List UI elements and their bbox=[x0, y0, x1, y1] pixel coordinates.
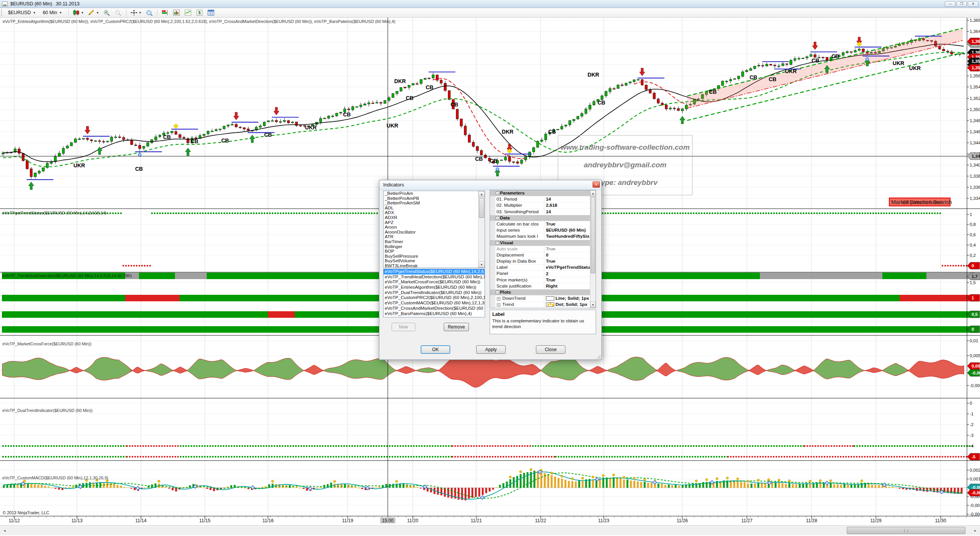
available-indicators-list[interactable]: _BetterProAm_BetterProAmPB_BetterProAmSM… bbox=[383, 191, 485, 268]
property-value[interactable]: 14 bbox=[544, 209, 596, 215]
zoom-in-button[interactable] bbox=[101, 9, 112, 16]
chart-window-button[interactable] bbox=[171, 9, 182, 16]
property-row[interactable]: 03. SmoothingPeriod14 bbox=[490, 209, 596, 215]
selected-indicators-list[interactable]: eVoTPgetTrendStatus($EURUSD (60 Min),14,… bbox=[383, 269, 485, 317]
indicator-list-item[interactable]: BarTimer bbox=[384, 239, 485, 244]
scroll-right-icon[interactable]: ► bbox=[972, 526, 979, 535]
selected-indicator-item[interactable]: eVoTP_MarketCrossForce($EURUSD (60 Min)) bbox=[384, 279, 485, 285]
indicator-list-item[interactable]: _BetterProAm bbox=[384, 191, 485, 196]
property-row[interactable]: Display in Data BoxTrue bbox=[490, 258, 596, 265]
maximize-button[interactable]: ❐ bbox=[956, 1, 967, 7]
property-value[interactable]: 2,618 bbox=[544, 203, 596, 208]
property-row[interactable]: Price marker(s)True bbox=[490, 277, 596, 283]
indicator-list-item[interactable]: BOP bbox=[384, 249, 485, 254]
property-value[interactable]: Line; Solid; 1px bbox=[544, 296, 596, 301]
mini-chart-button[interactable] bbox=[183, 9, 193, 16]
data-grid-button[interactable] bbox=[206, 9, 216, 16]
property-row[interactable]: Panel2 bbox=[490, 271, 596, 277]
property-row[interactable]: Displacement0 bbox=[490, 252, 596, 258]
scrollbar-thumb[interactable] bbox=[591, 197, 595, 273]
dialog-titlebar[interactable]: Indicators ✕ bbox=[379, 180, 601, 190]
property-value[interactable]: Right bbox=[544, 283, 596, 289]
close-button[interactable]: ✕ bbox=[968, 1, 978, 7]
property-row[interactable]: Input series$EURUSD (60 Min) bbox=[490, 227, 596, 234]
property-row[interactable]: 02. Multiplier2,618 bbox=[490, 203, 596, 209]
indicator-list-item[interactable]: Bollinger bbox=[384, 244, 485, 249]
plot-color-swatch[interactable] bbox=[546, 302, 554, 307]
indicator-list-item[interactable]: Aroon bbox=[384, 225, 485, 230]
property-row[interactable]: + DownTrendLine; Solid; 1px bbox=[490, 296, 596, 302]
indicator-list-item[interactable]: ADXR bbox=[384, 215, 485, 220]
scrollbar-thumb[interactable] bbox=[847, 527, 965, 534]
selected-indicator-item[interactable]: eVoTP_DualTrendIndicator($EURUSD (60 Min… bbox=[384, 290, 485, 296]
indicator-list-item[interactable]: _BetterProAmSM bbox=[384, 201, 485, 206]
scrollbar-thumb[interactable] bbox=[479, 198, 484, 218]
horizontal-scrollbar[interactable]: ◄ ► bbox=[0, 525, 980, 535]
selected-indicator-item[interactable]: eVoTP_EntriesAlgorithm($EURUSD (60 Min)) bbox=[384, 285, 485, 290]
property-value[interactable]: True bbox=[544, 221, 596, 227]
plot-color-swatch[interactable] bbox=[546, 296, 554, 301]
instrument-selector[interactable]: $EURUSD ▼ bbox=[5, 9, 39, 16]
property-value[interactable]: True bbox=[544, 258, 596, 264]
property-row[interactable]: Scale justificationRight bbox=[490, 283, 596, 289]
collapse-icon[interactable]: − bbox=[496, 216, 499, 220]
property-category-row[interactable]: − Data bbox=[490, 215, 596, 221]
selected-indicator-item[interactable]: eVoTP_CustomPRC2($EURUSD (60 Min),2,100,… bbox=[384, 295, 485, 301]
property-value[interactable]: TwoHundredFiftySix bbox=[544, 234, 596, 239]
property-value[interactable]: 0 bbox=[544, 252, 596, 258]
available-list-scrollbar[interactable]: ▲ ▼ bbox=[478, 191, 485, 268]
scroll-up-icon[interactable]: ▲ bbox=[479, 191, 485, 197]
new-button[interactable]: New bbox=[392, 323, 415, 331]
property-row[interactable]: + TrendDot; Solid; 1px bbox=[490, 302, 596, 308]
remove-button[interactable]: Remove bbox=[444, 323, 469, 331]
selected-indicator-item[interactable]: eVoTP_TrendHeatDetection($EURUSD (60 Min… bbox=[384, 275, 485, 280]
selected-indicator-item[interactable]: eVoTPgetTrendStatus($EURUSD (60 Min),14,… bbox=[384, 269, 485, 275]
window-titlebar[interactable]: $EURUSD (60 Min) 30.11.2013 — ❐ ✕ bbox=[0, 0, 980, 8]
property-row[interactable]: LabeleVoTPgetTrendStatu bbox=[490, 265, 596, 271]
property-value[interactable]: True bbox=[544, 277, 596, 283]
collapse-icon[interactable]: − bbox=[496, 291, 499, 294]
property-grid[interactable]: − Parameters01. Period1402. Multiplier2,… bbox=[490, 190, 596, 308]
scroll-down-icon[interactable]: ▼ bbox=[479, 261, 485, 268]
zoom-out-button[interactable] bbox=[113, 9, 124, 16]
chart-style-button[interactable]: ▼ bbox=[71, 9, 85, 16]
indicator-list-item[interactable]: APZ bbox=[384, 220, 485, 225]
property-grid-scrollbar[interactable]: ▲ ▼ bbox=[590, 190, 596, 308]
minimize-button[interactable]: — bbox=[945, 1, 956, 7]
selected-indicator-item[interactable]: eVoTP_BarsPaterns($EURUSD (60 Min),4) bbox=[384, 311, 485, 317]
property-category-row[interactable]: − Plots bbox=[490, 289, 596, 296]
data-box-button[interactable] bbox=[144, 9, 155, 16]
close-dialog-button[interactable]: Close bbox=[536, 345, 565, 354]
interval-selector[interactable]: 60 Min ▼ bbox=[40, 9, 65, 16]
property-value[interactable]: True bbox=[544, 246, 596, 252]
drawing-tools-button[interactable]: ▼ bbox=[86, 9, 101, 16]
crosshair-button[interactable]: ▼ bbox=[129, 9, 143, 16]
property-value[interactable]: 2 bbox=[544, 271, 596, 276]
ok-button[interactable]: OK bbox=[421, 345, 450, 354]
dialog-close-icon[interactable]: ✕ bbox=[593, 181, 600, 188]
property-value[interactable]: 14 bbox=[544, 196, 596, 202]
indicator-list-item[interactable]: BWT3LineBreak bbox=[384, 263, 485, 268]
property-category-row[interactable]: − Visual bbox=[490, 240, 596, 246]
property-value[interactable]: eVoTPgetTrendStatu bbox=[544, 265, 596, 270]
selected-indicator-item[interactable]: eVoTP_CustomMACD($EURUSD (60 Min),12,1,3… bbox=[384, 301, 485, 306]
selected-indicator-item[interactable]: eVoTP_CrossAndMarketDirection($EURUSD (6… bbox=[384, 306, 485, 311]
property-value[interactable]: Dot; Solid; 1px bbox=[544, 302, 596, 307]
property-value[interactable]: $EURUSD (60 Min) bbox=[544, 227, 596, 233]
expand-icon[interactable]: + bbox=[497, 297, 500, 301]
toolbar-grip[interactable] bbox=[1, 10, 3, 16]
collapse-icon[interactable]: − bbox=[496, 241, 499, 245]
scroll-up-icon[interactable]: ▲ bbox=[590, 190, 596, 196]
apply-button[interactable]: Apply bbox=[476, 345, 506, 354]
account-dollar-button[interactable]: $ bbox=[194, 9, 205, 16]
collapse-icon[interactable]: − bbox=[496, 191, 499, 195]
indicator-list-item[interactable]: ADL bbox=[384, 206, 485, 211]
property-row[interactable]: Calculate on bar closTrue bbox=[490, 221, 596, 227]
indicator-list-item[interactable]: ADX bbox=[384, 210, 485, 215]
property-category-row[interactable]: − Parameters bbox=[490, 190, 596, 196]
market-analyzer-button[interactable] bbox=[160, 9, 170, 16]
property-row[interactable]: Maximum bars look lTwoHundredFiftySix bbox=[490, 234, 596, 240]
expand-icon[interactable]: + bbox=[497, 303, 500, 307]
scroll-down-icon[interactable]: ▼ bbox=[590, 302, 596, 308]
resize-grip[interactable] bbox=[596, 354, 601, 359]
